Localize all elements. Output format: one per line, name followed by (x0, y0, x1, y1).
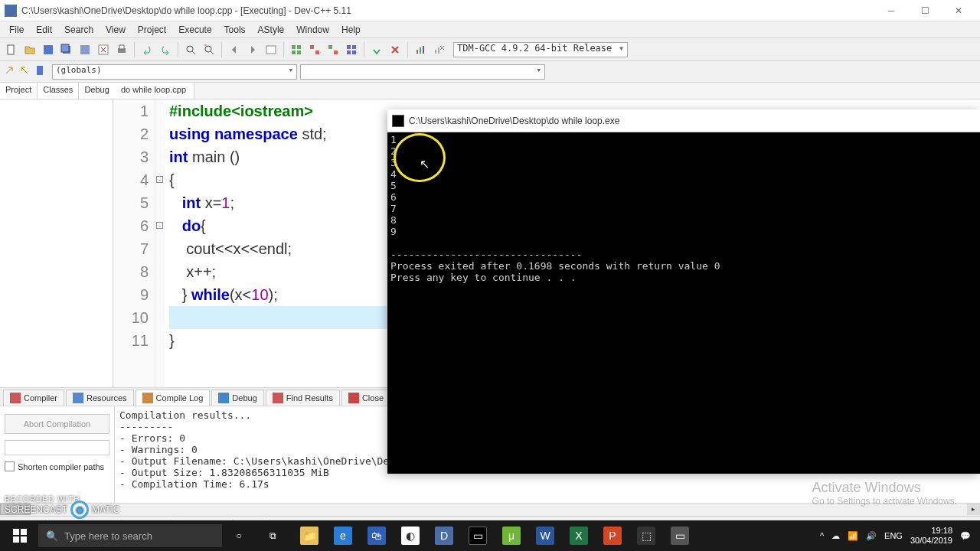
bookmark-icon[interactable] (34, 64, 46, 79)
abort-compilation-button: Abort Compilation (5, 414, 109, 434)
menu-project[interactable]: Project (132, 23, 172, 37)
print-icon[interactable] (113, 41, 130, 58)
tray-chevron-up-icon[interactable]: ^ (820, 531, 824, 540)
left-tab-project[interactable]: Project (0, 83, 38, 99)
screencast-brand: SCREENCAST ◉ MATIC (5, 500, 119, 519)
bottom-tab-resources[interactable]: Resources (66, 390, 134, 406)
svg-rect-24 (420, 47, 421, 54)
open-file-icon[interactable] (21, 41, 38, 58)
taskbar-app-utorrent[interactable]: μ (495, 520, 528, 551)
bottom-tab-find-results[interactable]: Find Results (266, 390, 340, 406)
tab-icon (10, 393, 21, 403)
app-icon (5, 5, 17, 17)
compile-icon[interactable] (288, 41, 305, 58)
console-window[interactable]: C:\Users\kashi\OneDrive\Desktop\do while… (387, 109, 980, 474)
taskbar-app-store[interactable]: 🛍 (360, 520, 394, 551)
back-icon[interactable] (226, 41, 243, 58)
taskbar-search[interactable]: 🔍Type here to search (38, 524, 222, 547)
menu-help[interactable]: Help (335, 23, 367, 37)
close-file-icon[interactable] (95, 41, 112, 58)
left-tab-classes[interactable]: Classes (38, 83, 79, 99)
tray-onedrive-icon[interactable]: ☁ (831, 531, 840, 541)
profile-icon[interactable] (412, 41, 429, 58)
run-icon[interactable] (306, 41, 323, 58)
close-button[interactable]: ✕ (942, 0, 975, 21)
horizontal-scrollbar[interactable]: ▸ (0, 503, 980, 516)
tray-language[interactable]: ENG (884, 531, 903, 540)
taskbar-app-explorer[interactable]: 📁 (292, 520, 326, 551)
compiler-select[interactable]: TDM-GCC 4.9.2 64-bit Release (453, 42, 628, 57)
taskbar-app-chrome[interactable]: ◐ (394, 520, 427, 551)
redo-icon[interactable] (157, 41, 174, 58)
goto-icon[interactable] (263, 41, 279, 58)
taskbar-app-powerpoint[interactable]: P (596, 520, 629, 551)
bottom-tab-compile-log[interactable]: Compile Log (136, 390, 211, 406)
svg-rect-7 (119, 45, 124, 49)
left-tab-debug[interactable]: Debug (79, 83, 115, 99)
tray-network-icon[interactable]: 📶 (848, 531, 858, 541)
menu-astyle[interactable]: AStyle (252, 23, 291, 37)
menu-view[interactable]: View (100, 23, 132, 37)
tray-notifications-icon[interactable]: 💬 (960, 531, 971, 541)
menu-window[interactable]: Window (290, 23, 335, 37)
tray-clock[interactable]: 19:18 30/04/2019 (910, 526, 952, 546)
svg-rect-21 (347, 51, 351, 54)
svg-rect-19 (347, 45, 351, 49)
taskbar-app-unknown[interactable]: ⬚ (629, 520, 663, 551)
debug-icon[interactable] (368, 41, 385, 58)
main-toolbar: TDM-GCC 4.9.2 64-bit Release (0, 38, 980, 61)
compiler-path-input[interactable] (5, 440, 109, 455)
cortana-icon[interactable]: ○ (222, 520, 256, 551)
goto-decl-icon[interactable] (3, 64, 15, 79)
menu-tools[interactable]: Tools (218, 23, 252, 37)
taskbar-app-console[interactable]: ▭ (461, 520, 495, 551)
svg-rect-3 (61, 44, 69, 52)
start-button[interactable] (3, 520, 37, 551)
menu-edit[interactable]: Edit (30, 23, 58, 37)
goto-impl-icon[interactable] (18, 64, 31, 79)
bottom-tab-close[interactable]: Close (341, 390, 390, 406)
taskbar-app-excel[interactable]: X (562, 520, 596, 551)
svg-rect-17 (328, 45, 332, 49)
functions-combo[interactable] (300, 64, 545, 80)
new-file-icon[interactable] (3, 41, 20, 58)
save-all-icon[interactable] (58, 41, 75, 58)
undo-icon[interactable] (139, 41, 155, 58)
fold-marker[interactable]: - (156, 176, 163, 183)
taskbar-app-devcpp[interactable]: D (427, 520, 461, 551)
menu-file[interactable]: File (3, 23, 30, 37)
save-icon[interactable] (40, 41, 57, 58)
delete-profile-icon[interactable] (430, 41, 447, 58)
window-title: C:\Users\kashi\OneDrive\Desktop\do while… (21, 5, 351, 16)
task-view-icon[interactable]: ⧉ (256, 520, 289, 551)
svg-rect-13 (292, 51, 296, 54)
maximize-button[interactable]: ☐ (908, 0, 942, 21)
shorten-paths-checkbox[interactable] (5, 461, 15, 471)
stop-icon[interactable] (387, 41, 403, 58)
globals-combo[interactable]: (globals) (52, 64, 297, 80)
menu-search[interactable]: Search (58, 23, 100, 37)
minimize-button[interactable]: ─ (874, 0, 908, 21)
save-project-icon[interactable] (77, 41, 93, 58)
fold-marker[interactable]: - (156, 222, 163, 229)
forward-icon[interactable] (244, 41, 261, 58)
find-icon[interactable] (182, 41, 199, 58)
windows-taskbar[interactable]: 🔍Type here to search ○ ⧉ 📁 e 🛍 ◐ D ▭ μ W… (0, 520, 980, 551)
svg-rect-1 (44, 45, 53, 54)
rebuild-icon[interactable] (343, 41, 360, 58)
bottom-tab-compiler[interactable]: Compiler (3, 390, 64, 406)
console-titlebar[interactable]: C:\Users\kashi\OneDrive\Desktop\do while… (387, 109, 980, 132)
svg-rect-14 (297, 51, 301, 54)
tray-volume-icon[interactable]: 🔊 (866, 531, 877, 541)
svg-rect-20 (352, 45, 356, 49)
taskbar-app-word[interactable]: W (528, 520, 562, 551)
compile-run-icon[interactable] (325, 41, 341, 58)
shorten-paths-label: Shorten compiler paths (18, 462, 104, 471)
taskbar-app-edge[interactable]: e (326, 520, 360, 551)
bottom-tab-debug[interactable]: Debug (211, 390, 263, 406)
file-tab[interactable]: do while loop.cpp (113, 83, 194, 99)
taskbar-app-window[interactable]: ▭ (663, 520, 697, 551)
menu-execute[interactable]: Execute (172, 23, 217, 37)
replace-icon[interactable] (201, 41, 217, 58)
svg-rect-32 (21, 536, 27, 543)
